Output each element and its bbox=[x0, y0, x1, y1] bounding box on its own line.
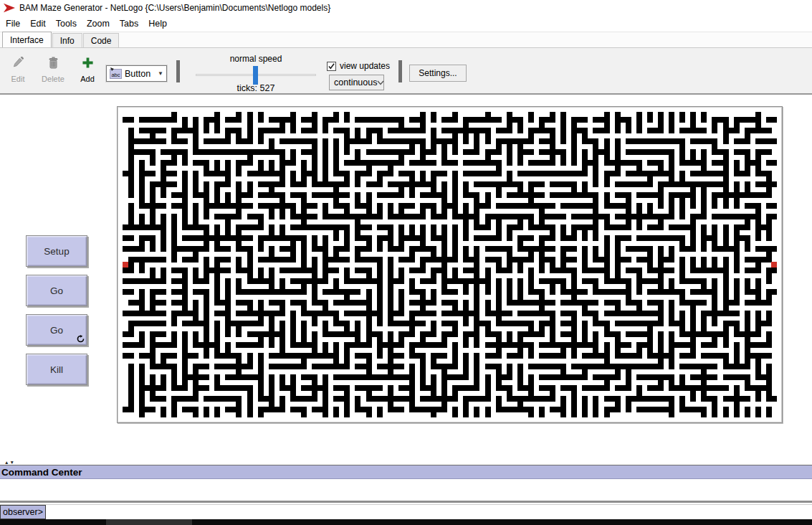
button-widget-icon: abc bbox=[110, 69, 122, 79]
menu-tools[interactable]: Tools bbox=[51, 17, 82, 30]
taskbar-strip bbox=[0, 519, 812, 525]
forever-icon bbox=[77, 335, 85, 343]
title-bar[interactable]: BAM Maze Generator - NetLogo {C:\Users\B… bbox=[0, 0, 812, 16]
setup-button[interactable]: Setup bbox=[26, 235, 87, 267]
delete-widget-button[interactable]: Delete bbox=[39, 57, 67, 85]
world-view-widget bbox=[117, 106, 783, 423]
ticks-counter: ticks: 527 bbox=[196, 83, 316, 93]
toolbar-separator-2 bbox=[398, 60, 402, 82]
tab-info[interactable]: Info bbox=[52, 33, 82, 47]
delete-button-label: Delete bbox=[42, 75, 65, 83]
netlogo-logo-icon bbox=[4, 3, 15, 13]
interface-toolbar: Edit Delete Add abc Button ▼ normal spee… bbox=[0, 47, 812, 95]
toolbar-separator bbox=[176, 60, 180, 82]
widget-type-value: Button bbox=[125, 69, 151, 79]
add-widget-button[interactable]: Add bbox=[73, 57, 102, 85]
menu-help[interactable]: Help bbox=[143, 17, 172, 30]
observer-prompt: observer> bbox=[0, 505, 46, 519]
menu-zoom[interactable]: Zoom bbox=[82, 17, 115, 30]
menu-file[interactable]: File bbox=[1, 17, 25, 30]
update-mode-dropdown[interactable]: continuous bbox=[329, 75, 384, 90]
go-forever-button[interactable]: Go bbox=[26, 314, 87, 346]
update-mode-value: continuous bbox=[334, 77, 377, 88]
menu-tabs[interactable]: Tabs bbox=[115, 17, 143, 30]
command-center-title: Command Center bbox=[0, 467, 82, 478]
kill-button[interactable]: Kill bbox=[26, 354, 87, 385]
edit-button-label: Edit bbox=[11, 75, 25, 83]
interface-canvas-area: Setup Go Go Kill bbox=[0, 95, 812, 460]
go-button[interactable]: Go bbox=[26, 275, 87, 306]
command-center-prompt-row: observer> bbox=[0, 504, 812, 519]
window-title: BAM Maze Generator - NetLogo {C:\Users\B… bbox=[19, 3, 330, 13]
tab-bar: Interface Info Code bbox=[0, 32, 812, 47]
pencil-icon bbox=[4, 57, 32, 70]
go-forever-label: Go bbox=[50, 325, 63, 336]
widget-type-dropdown[interactable]: abc Button ▼ bbox=[106, 65, 167, 82]
trash-icon bbox=[39, 57, 67, 70]
view-updates-control: view updates bbox=[327, 61, 390, 71]
tab-code[interactable]: Code bbox=[83, 33, 120, 47]
chevron-down-icon bbox=[377, 77, 384, 88]
splitter-down-icon: ▼ bbox=[9, 460, 14, 465]
dropdown-arrow-icon: ▼ bbox=[158, 70, 163, 77]
check-icon bbox=[328, 62, 335, 70]
world-view[interactable] bbox=[123, 112, 777, 417]
settings-button[interactable]: Settings... bbox=[409, 65, 467, 82]
button-widget-icon-text: abc bbox=[111, 72, 120, 78]
command-center-header: Command Center bbox=[0, 465, 812, 479]
speed-slider-thumb[interactable] bbox=[253, 66, 258, 85]
plus-icon bbox=[73, 57, 102, 70]
view-updates-checkbox[interactable] bbox=[327, 62, 336, 71]
menu-bar: File Edit Tools Zoom Tabs Help bbox=[0, 16, 812, 31]
tab-interface[interactable]: Interface bbox=[2, 32, 52, 47]
command-center-splitter[interactable]: ▲▼ bbox=[0, 460, 812, 465]
menu-edit[interactable]: Edit bbox=[25, 17, 51, 30]
speed-slider-area: normal speed ticks: 527 bbox=[196, 48, 316, 95]
command-center-output[interactable] bbox=[0, 479, 812, 503]
view-updates-label: view updates bbox=[340, 61, 390, 71]
command-input[interactable] bbox=[46, 505, 812, 519]
netlogo-window: BAM Maze Generator - NetLogo {C:\Users\B… bbox=[0, 0, 812, 525]
speed-slider-label: normal speed bbox=[196, 54, 316, 64]
edit-widget-button[interactable]: Edit bbox=[4, 57, 32, 85]
taskbar-strip-segment bbox=[106, 519, 192, 525]
speed-slider[interactable] bbox=[196, 74, 316, 76]
add-button-label: Add bbox=[80, 75, 95, 83]
